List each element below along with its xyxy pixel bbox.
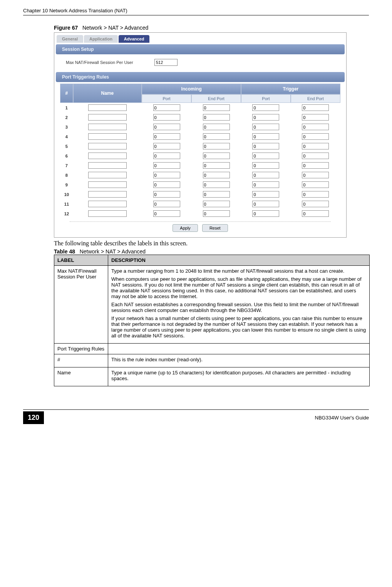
- name-input[interactable]: [88, 172, 127, 178]
- table-row: 7: [60, 161, 340, 170]
- th-label: LABEL: [54, 255, 108, 266]
- trigger-port-input[interactable]: [252, 124, 279, 130]
- name-input[interactable]: [88, 162, 127, 169]
- row-num: 12: [60, 209, 73, 218]
- row-num: 10: [60, 190, 73, 199]
- incoming-port-input[interactable]: [153, 191, 180, 198]
- incoming-port-input[interactable]: [153, 133, 180, 140]
- name-input[interactable]: [88, 114, 127, 121]
- trigger-port-input[interactable]: [252, 114, 279, 121]
- table-row: 8: [60, 170, 340, 180]
- trigger-port-input[interactable]: [252, 172, 279, 178]
- tab-application[interactable]: Application: [84, 35, 118, 43]
- incoming-endport-input[interactable]: [203, 172, 230, 178]
- incoming-endport-input[interactable]: [203, 181, 230, 188]
- guide-name: NBG334W User's Guide: [315, 415, 369, 421]
- label-cell: #: [54, 354, 108, 367]
- trigger-port-input[interactable]: [252, 133, 279, 140]
- incoming-port-input[interactable]: [153, 210, 180, 217]
- incoming-endport-input[interactable]: [203, 210, 230, 217]
- row-num: 5: [60, 141, 73, 151]
- incoming-endport-input[interactable]: [203, 124, 230, 130]
- description-cell: Type a unique name (up to 15 characters)…: [108, 367, 370, 386]
- reset-button[interactable]: Reset: [202, 224, 228, 232]
- description-paragraph: This is the rule index number (read-only…: [111, 357, 366, 362]
- trigger-port-input[interactable]: [252, 181, 279, 188]
- body-text: The following table describes the labels…: [54, 240, 369, 247]
- incoming-port-input[interactable]: [153, 172, 180, 178]
- incoming-endport-input[interactable]: [203, 162, 230, 169]
- incoming-endport-input[interactable]: [203, 143, 230, 149]
- trigger-endport-input[interactable]: [302, 124, 329, 130]
- trigger-endport-input[interactable]: [302, 133, 329, 140]
- trigger-port-input[interactable]: [252, 162, 279, 169]
- incoming-endport-input[interactable]: [203, 153, 230, 159]
- trigger-endport-input[interactable]: [302, 210, 329, 217]
- trigger-endport-input[interactable]: [302, 114, 329, 121]
- th-name: Name: [73, 84, 142, 103]
- incoming-port-input[interactable]: [153, 181, 180, 188]
- incoming-endport-input[interactable]: [203, 133, 230, 140]
- trigger-endport-input[interactable]: [302, 201, 329, 207]
- trigger-endport-input[interactable]: [302, 143, 329, 149]
- incoming-port-input[interactable]: [153, 143, 180, 149]
- incoming-port-input[interactable]: [153, 201, 180, 207]
- table-row: 6: [60, 151, 340, 161]
- trigger-endport-input[interactable]: [302, 172, 329, 178]
- name-input[interactable]: [88, 104, 127, 111]
- trigger-endport-input[interactable]: [302, 162, 329, 169]
- name-input[interactable]: [88, 124, 127, 130]
- description-cell: Type a number ranging from 1 to 2048 to …: [108, 266, 370, 344]
- trigger-port-input[interactable]: [252, 143, 279, 149]
- description-paragraph: Each NAT session establishes a correspon…: [111, 302, 366, 313]
- apply-button[interactable]: Apply: [173, 224, 198, 232]
- trigger-port-input[interactable]: [252, 191, 279, 198]
- incoming-port-input[interactable]: [153, 104, 180, 111]
- name-input[interactable]: [88, 133, 127, 140]
- max-session-label: Max NAT/Firewall Session Per User: [66, 60, 154, 65]
- figure-label: Figure 67: [54, 25, 78, 31]
- incoming-endport-input[interactable]: [203, 104, 230, 111]
- name-input[interactable]: [88, 153, 127, 159]
- name-input[interactable]: [88, 143, 127, 149]
- incoming-endport-input[interactable]: [203, 114, 230, 121]
- trigger-port-input[interactable]: [252, 210, 279, 217]
- table-row: 5: [60, 141, 340, 151]
- incoming-endport-input[interactable]: [203, 201, 230, 207]
- trigger-endport-input[interactable]: [302, 153, 329, 159]
- label-cell: Max NAT/Firewall Session Per User: [54, 266, 108, 344]
- table-row: 9: [60, 180, 340, 190]
- tab-general[interactable]: General: [57, 35, 83, 43]
- max-session-input[interactable]: [154, 59, 178, 66]
- button-row: Apply Reset: [70, 221, 331, 237]
- name-input[interactable]: [88, 191, 127, 198]
- trigger-port-input[interactable]: [252, 153, 279, 159]
- trigger-endport-input[interactable]: [302, 104, 329, 111]
- table-row: 11: [60, 199, 340, 209]
- table-row: 1: [60, 103, 340, 112]
- table-label: Table 48: [54, 248, 75, 255]
- tab-advanced[interactable]: Advanced: [119, 35, 150, 43]
- name-input[interactable]: [88, 181, 127, 188]
- name-input[interactable]: [88, 210, 127, 217]
- page-number: 120: [23, 411, 44, 424]
- trigger-endport-input[interactable]: [302, 181, 329, 188]
- incoming-port-input[interactable]: [153, 153, 180, 159]
- th-trigger-port: Port: [241, 94, 291, 103]
- name-input[interactable]: [88, 201, 127, 207]
- table-row: NameType a unique name (up to 15 charact…: [54, 367, 370, 386]
- incoming-port-input[interactable]: [153, 114, 180, 121]
- session-setup-row: Max NAT/Firewall Session Per User: [54, 56, 346, 70]
- th-incoming-port: Port: [142, 94, 191, 103]
- page-footer: 120 NBG334W User's Guide: [23, 409, 369, 424]
- label-cell: Name: [54, 367, 108, 386]
- row-num: 2: [60, 112, 73, 122]
- trigger-port-input[interactable]: [252, 104, 279, 111]
- incoming-port-input[interactable]: [153, 162, 180, 169]
- trigger-port-input[interactable]: [252, 201, 279, 207]
- incoming-endport-input[interactable]: [203, 191, 230, 198]
- incoming-port-input[interactable]: [153, 124, 180, 130]
- table-caption-text: Network > NAT > Advanced: [80, 248, 146, 255]
- trigger-endport-input[interactable]: [302, 191, 329, 198]
- th-trigger: Trigger: [241, 84, 340, 94]
